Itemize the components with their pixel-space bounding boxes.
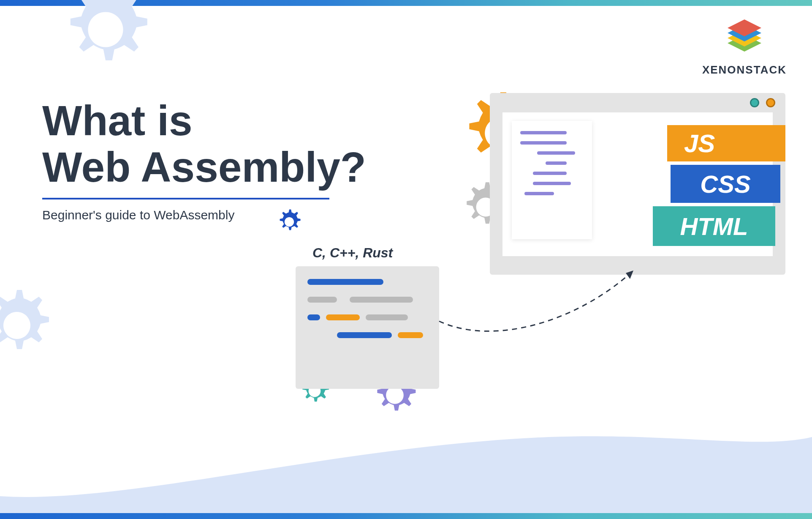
code-line bbox=[350, 297, 413, 303]
hero-title-block: What is Web Assembly? Beginner's guide t… bbox=[42, 97, 366, 222]
window-dot-icon bbox=[766, 98, 775, 107]
bottom-gradient-bar bbox=[0, 513, 812, 519]
brand-mark-icon bbox=[721, 17, 768, 59]
hero-title-line1: What is bbox=[42, 97, 366, 144]
code-card-label: C, C++, Rust bbox=[312, 245, 393, 261]
hero-title-line2: Web Assembly? bbox=[42, 144, 366, 190]
hero-title: What is Web Assembly? bbox=[42, 97, 366, 190]
window-dot-icon bbox=[750, 98, 759, 107]
browser-window: JS CSS HTML bbox=[490, 93, 785, 275]
code-line bbox=[307, 279, 383, 285]
doc-line bbox=[533, 172, 567, 175]
doc-line bbox=[520, 141, 567, 145]
doc-line bbox=[524, 192, 554, 195]
badge-css: CSS bbox=[671, 165, 780, 203]
badge-js: JS bbox=[667, 125, 785, 161]
source-code-card bbox=[296, 266, 439, 389]
doc-line bbox=[520, 131, 567, 134]
badge-html: HTML bbox=[653, 206, 775, 246]
hero-subtitle: Beginner's guide to WebAssembly bbox=[42, 208, 366, 222]
brand-logo: XENONSTACK bbox=[702, 17, 787, 76]
browser-viewport: JS CSS HTML bbox=[502, 112, 773, 256]
title-underline bbox=[42, 198, 329, 199]
brand-name: XENONSTACK bbox=[702, 63, 787, 76]
browser-titlebar bbox=[490, 93, 785, 112]
gear-icon bbox=[51, 0, 160, 85]
code-document bbox=[512, 121, 592, 239]
doc-line bbox=[533, 182, 571, 185]
doc-line bbox=[546, 161, 567, 165]
code-line bbox=[326, 314, 360, 320]
code-line bbox=[307, 297, 337, 303]
doc-line bbox=[537, 151, 575, 155]
code-line bbox=[337, 332, 392, 338]
code-line bbox=[398, 332, 423, 338]
code-line bbox=[366, 314, 408, 320]
code-line bbox=[307, 314, 320, 320]
wave-decoration bbox=[0, 420, 812, 513]
gear-icon bbox=[0, 283, 59, 368]
